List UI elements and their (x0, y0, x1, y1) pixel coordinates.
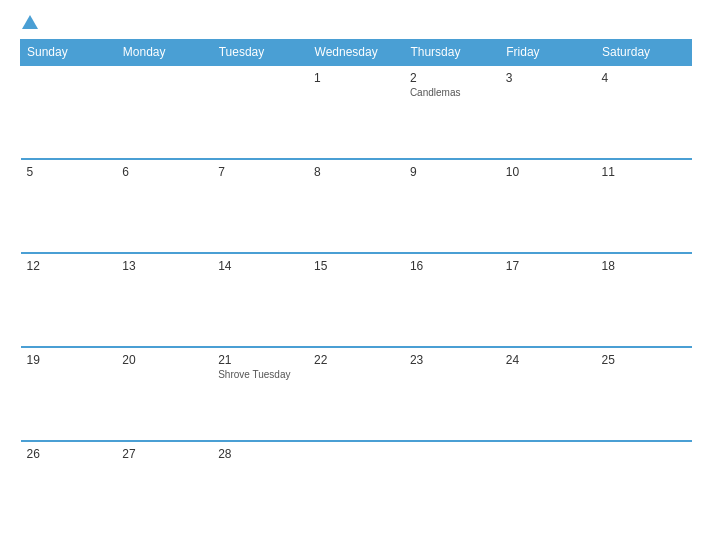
day-event: Shrove Tuesday (218, 369, 302, 380)
calendar-header (20, 15, 692, 29)
calendar-cell (404, 441, 500, 535)
col-saturday: Saturday (596, 40, 692, 66)
calendar-cell: 15 (308, 253, 404, 347)
day-number: 4 (602, 71, 686, 85)
calendar-cell: 4 (596, 65, 692, 159)
calendar-cell: 16 (404, 253, 500, 347)
day-number: 22 (314, 353, 398, 367)
calendar-cell: 13 (116, 253, 212, 347)
day-number: 12 (27, 259, 111, 273)
calendar-cell: 2Candlemas (404, 65, 500, 159)
calendar-cell: 3 (500, 65, 596, 159)
calendar-cell (116, 65, 212, 159)
calendar-cell: 12 (21, 253, 117, 347)
calendar-page: Sunday Monday Tuesday Wednesday Thursday… (0, 0, 712, 550)
calendar-cell: 10 (500, 159, 596, 253)
day-number: 13 (122, 259, 206, 273)
calendar-cell (500, 441, 596, 535)
day-number: 24 (506, 353, 590, 367)
calendar-week-row: 12131415161718 (21, 253, 692, 347)
day-number: 1 (314, 71, 398, 85)
calendar-week-row: 567891011 (21, 159, 692, 253)
day-number: 11 (602, 165, 686, 179)
col-monday: Monday (116, 40, 212, 66)
calendar-cell: 14 (212, 253, 308, 347)
day-number: 21 (218, 353, 302, 367)
calendar-cell: 18 (596, 253, 692, 347)
calendar-cell: 6 (116, 159, 212, 253)
calendar-cell: 1 (308, 65, 404, 159)
day-number: 9 (410, 165, 494, 179)
calendar-table: Sunday Monday Tuesday Wednesday Thursday… (20, 39, 692, 535)
day-number: 17 (506, 259, 590, 273)
calendar-cell: 5 (21, 159, 117, 253)
calendar-cell (308, 441, 404, 535)
calendar-cell: 8 (308, 159, 404, 253)
calendar-week-row: 262728 (21, 441, 692, 535)
day-number: 2 (410, 71, 494, 85)
calendar-cell: 17 (500, 253, 596, 347)
day-number: 5 (27, 165, 111, 179)
col-sunday: Sunday (21, 40, 117, 66)
calendar-cell: 11 (596, 159, 692, 253)
calendar-cell: 25 (596, 347, 692, 441)
day-number: 20 (122, 353, 206, 367)
day-number: 28 (218, 447, 302, 461)
calendar-header-row: Sunday Monday Tuesday Wednesday Thursday… (21, 40, 692, 66)
calendar-cell: 26 (21, 441, 117, 535)
calendar-cell (21, 65, 117, 159)
day-number: 16 (410, 259, 494, 273)
calendar-week-row: 192021Shrove Tuesday22232425 (21, 347, 692, 441)
calendar-cell: 27 (116, 441, 212, 535)
day-number: 25 (602, 353, 686, 367)
day-number: 15 (314, 259, 398, 273)
logo-triangle-icon (22, 15, 38, 29)
col-friday: Friday (500, 40, 596, 66)
logo (20, 15, 38, 29)
calendar-cell: 24 (500, 347, 596, 441)
calendar-cell (596, 441, 692, 535)
col-tuesday: Tuesday (212, 40, 308, 66)
calendar-cell: 20 (116, 347, 212, 441)
calendar-cell: 28 (212, 441, 308, 535)
calendar-cell: 22 (308, 347, 404, 441)
calendar-week-row: 12Candlemas34 (21, 65, 692, 159)
day-number: 19 (27, 353, 111, 367)
calendar-cell (212, 65, 308, 159)
day-number: 27 (122, 447, 206, 461)
calendar-cell: 19 (21, 347, 117, 441)
calendar-cell: 7 (212, 159, 308, 253)
col-thursday: Thursday (404, 40, 500, 66)
day-number: 14 (218, 259, 302, 273)
day-number: 23 (410, 353, 494, 367)
col-wednesday: Wednesday (308, 40, 404, 66)
day-number: 8 (314, 165, 398, 179)
calendar-cell: 23 (404, 347, 500, 441)
day-number: 3 (506, 71, 590, 85)
day-number: 10 (506, 165, 590, 179)
day-number: 6 (122, 165, 206, 179)
day-number: 18 (602, 259, 686, 273)
day-event: Candlemas (410, 87, 494, 98)
calendar-cell: 21Shrove Tuesday (212, 347, 308, 441)
calendar-cell: 9 (404, 159, 500, 253)
day-number: 26 (27, 447, 111, 461)
day-number: 7 (218, 165, 302, 179)
